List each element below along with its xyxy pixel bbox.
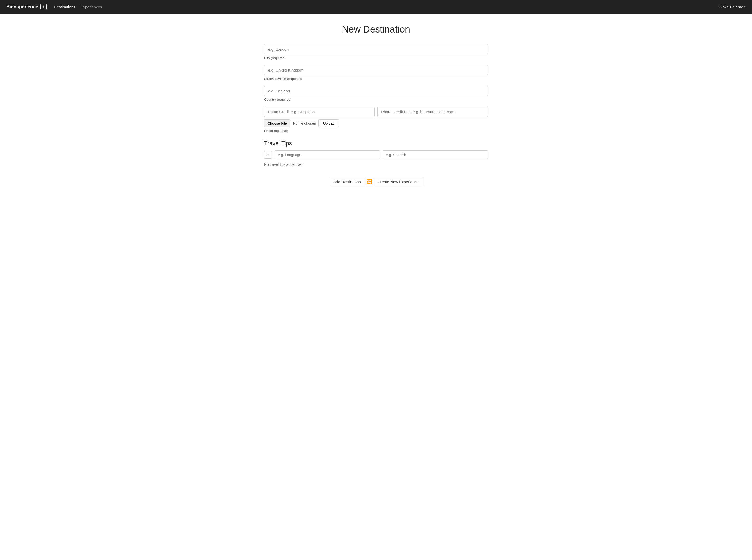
file-name-display: No file chosen (293, 121, 316, 125)
country-group: Country (required) (264, 86, 488, 101)
add-destination-button[interactable]: Add Destination (329, 178, 365, 186)
bottom-actions: Add Destination 🔀 Create New Experience (264, 177, 488, 186)
city-input[interactable] (264, 44, 488, 54)
photo-label: Photo (optional) (264, 129, 488, 133)
state-label: State/Province (required) (264, 77, 488, 81)
state-group: State/Province (required) (264, 65, 488, 81)
user-name: Goke Pelemo (719, 5, 743, 9)
language-input[interactable] (275, 151, 380, 159)
add-tip-button[interactable]: + (264, 151, 272, 159)
city-label: City (required) (264, 56, 488, 60)
choose-file-button[interactable]: Choose File (264, 119, 290, 127)
photo-credit-url-input[interactable] (377, 107, 488, 117)
travel-tips-section: Travel Tips + No travel tips added yet. (264, 140, 488, 166)
travel-tips-input-row: + (264, 151, 488, 159)
brand-name: Biensperience (6, 4, 38, 9)
nav-destinations[interactable]: Destinations (54, 5, 76, 9)
action-button-group: Add Destination 🔀 Create New Experience (329, 177, 423, 186)
user-menu[interactable]: Goke Pelemo ▾ (719, 5, 746, 9)
main-content: New Destination City (required) State/Pr… (259, 14, 493, 202)
photo-credit-input[interactable] (264, 107, 375, 117)
brand[interactable]: Biensperience + (6, 4, 46, 10)
photo-credit-row (264, 107, 488, 117)
state-input[interactable] (264, 65, 488, 75)
upload-button[interactable]: Upload (319, 119, 339, 127)
page-title: New Destination (264, 24, 488, 35)
city-group: City (required) (264, 44, 488, 60)
nav-experiences[interactable]: Experiences (81, 5, 102, 9)
tip-value-input[interactable] (383, 151, 488, 159)
create-experience-button[interactable]: Create New Experience (373, 178, 423, 186)
navbar: Biensperience + Destinations Experiences… (0, 0, 752, 14)
file-row: Choose File No file chosen Upload (264, 119, 488, 127)
action-separator-icon: 🔀 (365, 177, 373, 186)
travel-tips-title: Travel Tips (264, 140, 488, 147)
no-tips-message: No travel tips added yet. (264, 162, 488, 166)
nav-links: Destinations Experiences (54, 5, 102, 9)
user-caret-icon: ▾ (744, 5, 746, 8)
country-input[interactable] (264, 86, 488, 96)
country-label: Country (required) (264, 98, 488, 101)
brand-plus-icon[interactable]: + (40, 4, 46, 10)
